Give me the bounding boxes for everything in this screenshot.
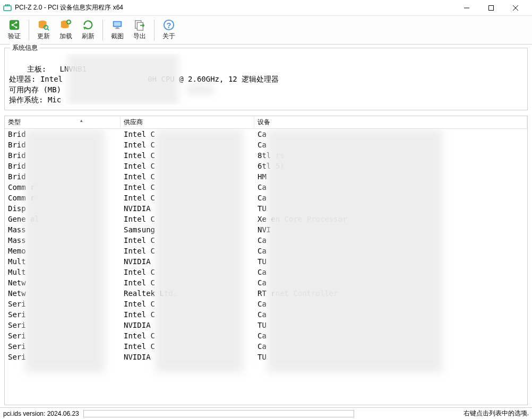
toolbar-separator <box>102 20 103 41</box>
status-left: pci.ids version: 2024.06.23 <box>3 410 79 417</box>
window-title: PCI-Z 2.0 - PCI 设备信息实用程序 x64 <box>15 3 123 12</box>
table-row[interactable]: MassSamsungNVI <box>5 224 527 235</box>
svg-text:?: ? <box>167 21 171 30</box>
table-row[interactable]: MultIntel CCa <box>5 267 527 277</box>
verify-label: 验证 <box>8 32 21 41</box>
monitor-icon <box>111 19 123 31</box>
column-vendor[interactable]: 供应商 <box>121 116 254 129</box>
table-row[interactable]: BridIntel CCa <box>5 139 527 150</box>
reload-button[interactable]: 刷新 <box>77 18 99 42</box>
table-row[interactable]: DispNVIDIATU <box>5 203 527 214</box>
table-row[interactable]: SeriIntel CCa <box>5 299 527 309</box>
column-type[interactable]: 类型 <box>5 116 121 129</box>
screenshot-button[interactable]: 截图 <box>106 18 128 42</box>
screenshot-label: 截图 <box>111 32 124 41</box>
svg-rect-24 <box>116 28 119 29</box>
os-label: 操作系统: <box>9 95 43 104</box>
load-button[interactable]: 加载 <box>55 18 77 42</box>
svg-rect-1 <box>5 4 6 6</box>
table-row[interactable]: SeriIntel CCa <box>5 341 527 352</box>
list-body[interactable]: BridIntel CCaBridIntel CCaBridIntel C8tl… <box>5 129 527 405</box>
database-plus-icon <box>60 19 72 31</box>
table-row[interactable]: BridIntel CCa <box>5 129 527 139</box>
app-icon <box>3 4 12 12</box>
svg-line-16 <box>47 29 49 30</box>
table-row[interactable]: Gene alIntel CXe en Core Processor <box>5 214 527 224</box>
svg-rect-25 <box>115 28 119 29</box>
svg-rect-23 <box>114 22 121 26</box>
svg-rect-5 <box>489 5 494 10</box>
export-icon <box>134 19 145 31</box>
window-controls <box>454 0 528 16</box>
column-headers: 类型 供应商 设备 <box>5 116 527 129</box>
svg-rect-2 <box>7 4 8 6</box>
column-device[interactable]: 设备 <box>254 116 527 129</box>
system-info-body: 主板: LNVNB1 处理器: Intel 0H CPU @ 2.60GHz, … <box>9 54 523 104</box>
cpu-label: 处理器: <box>9 75 36 83</box>
table-row[interactable]: MultNVIDIATU <box>5 256 527 267</box>
maximize-button[interactable] <box>479 0 503 16</box>
cpu-prefix: Intel <box>40 75 63 83</box>
status-progress <box>83 410 354 417</box>
svg-rect-27 <box>137 22 143 30</box>
minimize-button[interactable] <box>454 0 479 16</box>
mainboard-label: 主板: <box>27 65 46 73</box>
refresh-icon <box>82 19 94 31</box>
status-right: 右键点击列表中的选项. <box>464 409 529 418</box>
table-row[interactable]: NetwIntel CCa <box>5 277 527 288</box>
os-prefix: Mic <box>48 95 61 104</box>
table-row[interactable]: Comm rIntel CCa <box>5 193 527 203</box>
database-search-icon <box>38 19 49 31</box>
table-row[interactable]: MemoIntel CCa <box>5 246 527 256</box>
close-button[interactable] <box>503 0 528 16</box>
table-row[interactable]: BridIntel CHM <box>5 171 527 182</box>
titlebar: PCI-Z 2.0 - PCI 设备信息实用程序 x64 <box>0 0 532 16</box>
export-label: 导出 <box>133 32 146 41</box>
load-label: 加载 <box>59 32 72 41</box>
toolbar: 验证 更新 加载 刷新 截图 导出 ? 关于 <box>0 16 532 45</box>
table-row[interactable]: Comm rIntel CCa <box>5 182 527 193</box>
svg-rect-0 <box>4 6 11 11</box>
table-row[interactable]: MassIntel CCa <box>5 235 527 246</box>
about-label: 关于 <box>162 32 175 41</box>
about-button[interactable]: ? 关于 <box>158 18 180 42</box>
table-row[interactable]: NetwRealtek Ltd.RT rnet Controller <box>5 288 527 299</box>
toolbar-separator <box>154 20 155 41</box>
share-icon <box>8 19 20 31</box>
table-row[interactable]: SeriNVIDIATU <box>5 352 527 362</box>
update-label: 更新 <box>37 32 50 41</box>
memory-label: 可用内存 (MB) <box>9 85 61 94</box>
statusbar: pci.ids version: 2024.06.23 右键点击列表中的选项. <box>0 407 532 419</box>
table-row[interactable]: BridIntel C6tl 5) <box>5 161 527 171</box>
table-row[interactable]: BridIntel C8tl rs <box>5 150 527 161</box>
system-info-group: 系统信息 主板: LNVNB1 处理器: Intel 0H CPU @ 2.60… <box>4 48 528 110</box>
table-row[interactable]: SeriNVIDIATU <box>5 320 527 330</box>
reload-label: 刷新 <box>82 32 95 41</box>
help-icon: ? <box>163 19 175 31</box>
device-list: 类型 供应商 设备 BridIntel CCaBridIntel CCaBrid… <box>4 116 528 405</box>
update-button[interactable]: 更新 <box>32 18 55 42</box>
table-row[interactable]: SeriIntel CCa <box>5 309 527 320</box>
system-info-legend: 系统信息 <box>10 43 40 53</box>
verify-button[interactable]: 验证 <box>3 18 25 42</box>
svg-rect-8 <box>10 20 19 30</box>
svg-rect-3 <box>8 4 10 6</box>
table-row[interactable]: SeriIntel CCa <box>5 330 527 341</box>
toolbar-separator <box>29 20 29 41</box>
export-button[interactable]: 导出 <box>128 18 151 42</box>
